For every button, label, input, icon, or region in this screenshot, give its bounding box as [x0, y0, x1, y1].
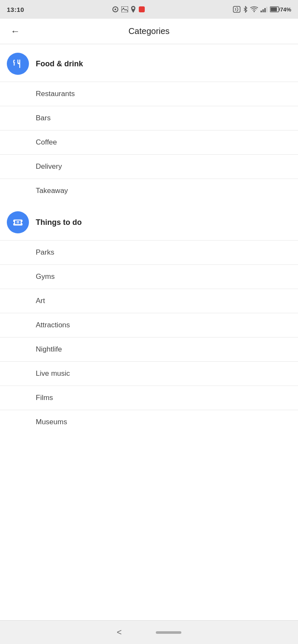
battery-indicator: 74%: [270, 6, 291, 13]
location-icon: [131, 6, 136, 13]
list-item-nightlife[interactable]: Nightlife: [0, 337, 298, 361]
status-right: 74%: [233, 6, 291, 13]
things-to-do-icon: [7, 211, 29, 233]
back-arrow-icon: ←: [11, 26, 20, 37]
list-item-delivery[interactable]: Delivery: [0, 154, 298, 179]
status-bar: 13:10 74%: [0, 0, 298, 19]
back-button[interactable]: ←: [7, 23, 24, 40]
status-icons: [112, 6, 145, 13]
list-item-attractions[interactable]: Attractions: [0, 313, 298, 337]
list-item-art[interactable]: Art: [0, 289, 298, 313]
ticket-icon: [12, 217, 23, 228]
svg-rect-7: [262, 9, 264, 12]
list-item-restaurants[interactable]: Restaurants: [0, 82, 298, 106]
svg-rect-12: [270, 8, 277, 11]
app-square-icon: [138, 6, 145, 13]
target-icon: [112, 6, 119, 13]
categories-list: Food & drink Restaurants Bars Coffee Del…: [0, 44, 298, 620]
food-drink-title: Food & drink: [36, 60, 83, 68]
svg-rect-8: [264, 8, 266, 12]
category-food-drink-header: Food & drink: [0, 44, 298, 82]
list-item-museums[interactable]: Museums: [0, 410, 298, 434]
image-icon: [121, 6, 128, 12]
svg-rect-14: [17, 223, 20, 223]
list-item-films[interactable]: Films: [0, 386, 298, 410]
list-item-bars[interactable]: Bars: [0, 106, 298, 130]
list-item-coffee[interactable]: Coffee: [0, 130, 298, 154]
nav-back-chevron[interactable]: <: [117, 627, 122, 637]
svg-point-1: [115, 9, 116, 10]
page-title: Categories: [24, 26, 274, 36]
category-things-to-do-header: Things to do: [0, 203, 298, 240]
list-item-parks[interactable]: Parks: [0, 240, 298, 264]
list-item-takeaway[interactable]: Takeaway: [0, 179, 298, 203]
wifi-icon: [250, 6, 258, 12]
svg-rect-4: [139, 6, 145, 12]
app-bar: ← Categories: [0, 19, 298, 44]
status-time: 13:10: [7, 6, 24, 13]
svg-rect-13: [17, 221, 20, 222]
list-item-gyms[interactable]: Gyms: [0, 264, 298, 289]
bluetooth-icon: [243, 6, 248, 13]
fork-knife-icon: [12, 58, 23, 69]
bottom-nav: <: [0, 620, 298, 644]
food-drink-icon: [7, 53, 29, 75]
nav-home-pill[interactable]: [156, 631, 181, 634]
things-to-do-title: Things to do: [36, 218, 82, 227]
svg-rect-9: [266, 7, 267, 12]
signal-icon: [261, 6, 267, 12]
nfc-icon: [233, 6, 241, 13]
svg-rect-6: [261, 11, 262, 12]
list-item-live-music[interactable]: Live music: [0, 361, 298, 386]
battery-icon: [270, 6, 280, 12]
